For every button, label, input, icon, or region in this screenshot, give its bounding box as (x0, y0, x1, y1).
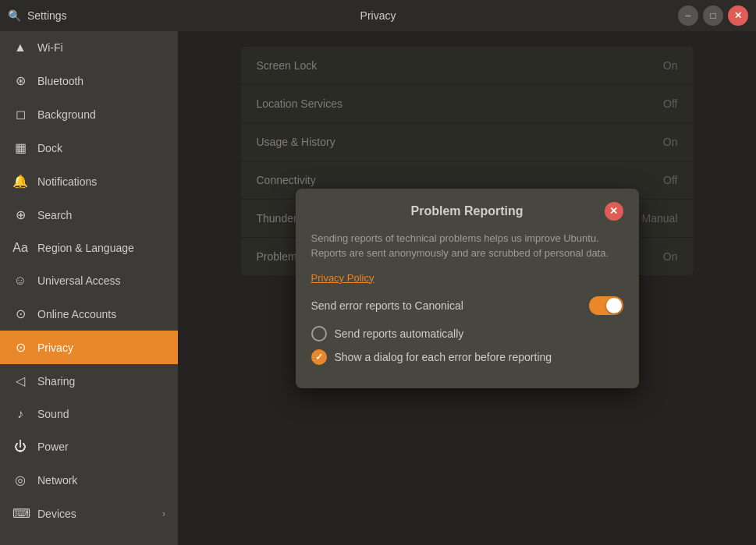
sidebar-item-region[interactable]: AaRegion & Language (0, 232, 178, 264)
radio-label-dialog: Show a dialog for each error before repo… (335, 351, 552, 363)
sidebar-label-bluetooth: Bluetooth (37, 75, 165, 87)
sidebar-item-online[interactable]: ⊙Online Accounts (0, 297, 178, 331)
privacy-icon: ⊙ (12, 340, 28, 355)
bluetooth-icon: ⊛ (12, 73, 28, 88)
network-icon: ◎ (12, 472, 28, 487)
sidebar-label-power: Power (37, 441, 165, 453)
main-layout: ▲Wi-Fi⊛Bluetooth◻Background▦Dock🔔Notific… (0, 31, 756, 545)
sidebar-item-power[interactable]: ⏻Power (0, 430, 178, 463)
search-icon: 🔍 (8, 9, 21, 22)
send-error-reports-row: Send error reports to Canonical (311, 296, 623, 315)
close-button[interactable]: ✕ (728, 5, 748, 26)
sidebar-label-notifications: Notifications (37, 175, 165, 188)
sidebar-item-notifications[interactable]: 🔔Notifications (0, 165, 178, 198)
sidebar: ▲Wi-Fi⊛Bluetooth◻Background▦Dock🔔Notific… (0, 31, 178, 545)
sidebar-label-sound: Sound (37, 408, 165, 420)
sidebar-item-privacy[interactable]: ⊙Privacy (0, 331, 178, 364)
radio-row-auto[interactable]: Send reports automatically (311, 326, 623, 342)
online-icon: ⊙ (12, 306, 28, 321)
sidebar-label-dock: Dock (37, 142, 165, 154)
dialog-close-button[interactable]: ✕ (605, 202, 623, 221)
radio-label-auto: Send reports automatically (335, 327, 464, 340)
content-area: Screen LockOnLocation ServicesOffUsage &… (178, 31, 756, 545)
sidebar-item-devices[interactable]: ⌨Devices› (0, 497, 178, 530)
sidebar-label-wifi: Wi-Fi (37, 41, 165, 54)
region-icon: Aa (12, 241, 28, 255)
sidebar-item-sound[interactable]: ♪Sound (0, 398, 178, 430)
sidebar-label-privacy: Privacy (37, 342, 165, 354)
sidebar-item-network[interactable]: ◎Network (0, 463, 178, 497)
radio-row-dialog[interactable]: Show a dialog for each error before repo… (311, 349, 623, 365)
sidebar-item-search[interactable]: ⊕Search (0, 198, 178, 232)
send-error-reports-label: Send error reports to Canonical (311, 299, 463, 312)
send-error-reports-toggle[interactable] (589, 296, 623, 315)
titlebar-left: 🔍 Settings (8, 9, 67, 22)
wifi-icon: ▲ (12, 41, 28, 55)
sidebar-label-region: Region & Language (37, 242, 165, 254)
privacy-policy-link[interactable]: Privacy Policy (311, 272, 374, 284)
minimize-button[interactable]: – (678, 5, 698, 26)
search-icon: ⊕ (12, 207, 28, 222)
window-controls: – □ ✕ (678, 5, 748, 26)
dock-icon: ▦ (12, 140, 28, 155)
radio-dialog[interactable] (311, 349, 327, 365)
devices-icon: ⌨ (12, 506, 28, 521)
window-title: Privacy (360, 9, 396, 22)
sharing-icon: ◁ (12, 373, 28, 388)
sidebar-label-background: Background (37, 108, 165, 121)
sidebar-label-online: Online Accounts (37, 308, 165, 320)
titlebar: 🔍 Settings Privacy – □ ✕ (0, 0, 756, 31)
dialog-header: Problem Reporting ✕ (311, 204, 623, 218)
sidebar-item-dock[interactable]: ▦Dock (0, 131, 178, 165)
sidebar-label-universal: Universal Access (37, 274, 165, 287)
sound-icon: ♪ (12, 407, 28, 421)
dialog-overlay: Problem Reporting ✕ Sending reports of t… (178, 31, 756, 545)
sidebar-item-wifi[interactable]: ▲Wi-Fi (0, 31, 178, 64)
power-icon: ⏻ (12, 440, 28, 454)
sidebar-item-sharing[interactable]: ◁Sharing (0, 364, 178, 398)
arrow-icon-devices: › (162, 508, 165, 519)
sidebar-item-universal[interactable]: ☺Universal Access (0, 264, 178, 297)
background-icon: ◻ (12, 107, 28, 122)
maximize-button[interactable]: □ (703, 5, 723, 26)
sidebar-label-network: Network (37, 474, 165, 487)
sidebar-item-background[interactable]: ◻Background (0, 97, 178, 131)
sidebar-label-sharing: Sharing (37, 375, 165, 388)
notifications-icon: 🔔 (12, 174, 28, 189)
sidebar-label-devices: Devices (37, 508, 153, 520)
sidebar-label-search: Search (37, 209, 165, 221)
sidebar-item-bluetooth[interactable]: ⊛Bluetooth (0, 64, 178, 97)
problem-reporting-dialog: Problem Reporting ✕ Sending reports of t… (296, 189, 639, 388)
dialog-body-text: Sending reports of technical problems he… (311, 231, 623, 261)
radio-auto[interactable] (311, 326, 327, 342)
app-title: Settings (27, 9, 67, 22)
universal-icon: ☺ (12, 274, 28, 288)
dialog-title: Problem Reporting (410, 204, 523, 218)
